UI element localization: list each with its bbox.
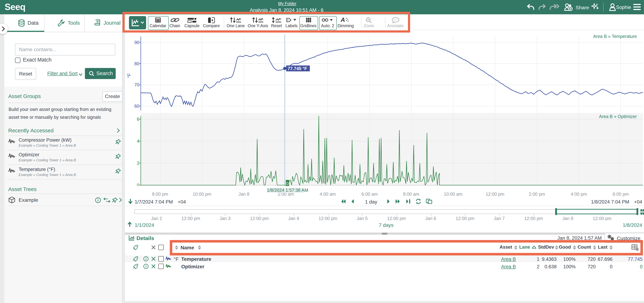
svg-text:4: 4 — [137, 139, 139, 144]
svg-text:77.745 °F: 77.745 °F — [288, 66, 307, 71]
svg-text:°F: °F — [126, 73, 132, 78]
svg-text:80: 80 — [134, 61, 139, 66]
svg-text:70: 70 — [134, 82, 139, 87]
svg-text:2: 2 — [137, 161, 139, 166]
svg-text:0: 0 — [137, 183, 139, 186]
svg-text:0: 0 — [286, 181, 289, 186]
svg-text:90: 90 — [134, 40, 139, 45]
svg-text:60: 60 — [134, 104, 139, 109]
svg-text:6: 6 — [137, 117, 139, 122]
svg-text:Seeq: Seeq — [5, 2, 26, 12]
